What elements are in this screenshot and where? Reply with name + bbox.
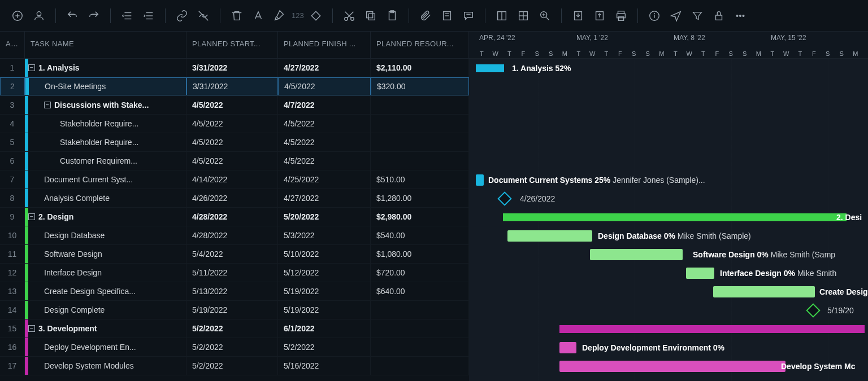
- zoom-icon[interactable]: [535, 6, 554, 25]
- task-row[interactable]: 11 Software Design 5/4/2022 5/10/2022 $1…: [0, 245, 469, 264]
- resource-cell[interactable]: $640.00: [371, 282, 469, 300]
- task-name-cell[interactable]: Analysis Complete: [25, 189, 186, 207]
- gantt-bar[interactable]: [559, 342, 576, 353]
- collapse-toggle[interactable]: −: [28, 213, 35, 220]
- col-start[interactable]: PLANNED START...: [186, 32, 278, 58]
- start-cell[interactable]: 4/5/2022: [186, 96, 278, 114]
- resource-cell[interactable]: [371, 319, 469, 338]
- grid-icon[interactable]: [514, 6, 533, 25]
- redo-icon[interactable]: [84, 6, 103, 25]
- start-cell[interactable]: 4/5/2022: [186, 152, 278, 170]
- task-row[interactable]: 4 Stakeholder Require... 4/5/2022 4/5/20…: [0, 115, 469, 133]
- start-cell[interactable]: 5/2/2022: [186, 357, 278, 375]
- more-icon[interactable]: [731, 6, 750, 25]
- outdent-icon[interactable]: [118, 6, 137, 25]
- task-name-cell[interactable]: − Discussions with Stake...: [25, 96, 186, 114]
- start-cell[interactable]: 4/14/2022: [186, 170, 278, 189]
- finish-cell[interactable]: 4/5/2022: [278, 133, 371, 151]
- collapse-toggle[interactable]: −: [44, 102, 51, 108]
- task-row[interactable]: 2 On-Site Meetings 3/31/2022 4/5/2022 $3…: [0, 77, 469, 96]
- gantt-bar[interactable]: [686, 268, 714, 279]
- finish-cell[interactable]: 5/20/2022: [278, 208, 371, 226]
- task-row[interactable]: 17 Develop System Modules 5/2/2022 5/16/…: [0, 357, 469, 375]
- task-name-cell[interactable]: Develop System Modules: [25, 357, 186, 375]
- finish-cell[interactable]: 5/2/2022: [278, 338, 371, 356]
- task-name-cell[interactable]: Software Design: [25, 245, 186, 263]
- task-row[interactable]: 5 Stakeholder Require... 4/5/2022 4/5/20…: [0, 133, 469, 152]
- finish-cell[interactable]: 4/27/2022: [278, 59, 371, 77]
- info-icon[interactable]: [645, 6, 664, 25]
- start-cell[interactable]: 5/19/2022: [186, 301, 278, 319]
- finish-cell[interactable]: 5/19/2022: [278, 301, 371, 319]
- comment-icon[interactable]: [459, 6, 478, 25]
- col-all[interactable]: ALL: [0, 32, 25, 58]
- finish-cell[interactable]: 5/12/2022: [278, 264, 371, 282]
- resource-cell[interactable]: [371, 133, 469, 151]
- gantt-bar[interactable]: [503, 213, 847, 221]
- paste-icon[interactable]: [383, 6, 402, 25]
- milestone-diamond[interactable]: [806, 303, 820, 317]
- gantt-bar[interactable]: [476, 64, 504, 72]
- col-name[interactable]: TASK NAME: [25, 32, 186, 58]
- task-name-cell[interactable]: − 1. Analysis: [25, 59, 186, 77]
- resource-cell[interactable]: [371, 301, 469, 319]
- gantt-bar[interactable]: [476, 174, 484, 186]
- resource-cell[interactable]: [371, 338, 469, 356]
- unlink-icon[interactable]: [194, 6, 213, 25]
- resource-cell[interactable]: $720.00: [371, 264, 469, 282]
- task-name-cell[interactable]: On-Site Meetings: [25, 77, 186, 95]
- gantt-bar[interactable]: [559, 325, 865, 333]
- send-icon[interactable]: [666, 6, 685, 25]
- task-row[interactable]: 13 Create Design Specifica... 5/13/2022 …: [0, 282, 469, 301]
- task-name-cell[interactable]: − 3. Development: [25, 319, 186, 338]
- finish-cell[interactable]: 4/5/2022: [278, 77, 371, 95]
- task-name-cell[interactable]: Design Database: [25, 226, 186, 244]
- finish-cell[interactable]: 4/5/2022: [278, 152, 371, 170]
- resource-cell[interactable]: $510.00: [371, 170, 469, 189]
- col-resources[interactable]: PLANNED RESOUR...: [371, 32, 469, 58]
- task-row[interactable]: 3 − Discussions with Stake... 4/5/2022 4…: [0, 96, 469, 115]
- start-cell[interactable]: 4/28/2022: [186, 208, 278, 226]
- finish-cell[interactable]: 5/19/2022: [278, 282, 371, 300]
- resource-cell[interactable]: [371, 357, 469, 375]
- collapse-toggle[interactable]: −: [28, 325, 35, 332]
- columns-icon[interactable]: [492, 6, 511, 25]
- filter-icon[interactable]: [688, 6, 707, 25]
- gantt-chart[interactable]: APR, 24 '22MAY, 1 '22MAY, 8 '22MAY, 15 '…: [469, 32, 868, 381]
- resource-cell[interactable]: [371, 115, 469, 133]
- task-row[interactable]: 6 Customer Requirem... 4/5/2022 4/5/2022: [0, 152, 469, 170]
- task-row[interactable]: 7 Document Current Syst... 4/14/2022 4/2…: [0, 170, 469, 189]
- finish-cell[interactable]: 4/25/2022: [278, 170, 371, 189]
- start-cell[interactable]: 5/4/2022: [186, 245, 278, 263]
- resource-cell[interactable]: $2,110.00: [371, 59, 469, 77]
- task-row[interactable]: 12 Interface Design 5/11/2022 5/12/2022 …: [0, 264, 469, 282]
- task-row[interactable]: 10 Design Database 4/28/2022 5/3/2022 $5…: [0, 226, 469, 245]
- task-name-cell[interactable]: − 2. Design: [25, 208, 186, 226]
- start-cell[interactable]: 5/11/2022: [186, 264, 278, 282]
- resource-cell[interactable]: [371, 96, 469, 114]
- task-name-cell[interactable]: Customer Requirem...: [25, 152, 186, 170]
- start-cell[interactable]: 5/2/2022: [186, 319, 278, 338]
- gantt-bar[interactable]: [713, 286, 815, 297]
- task-name-cell[interactable]: Stakeholder Require...: [25, 115, 186, 133]
- resource-cell[interactable]: $2,980.00: [371, 208, 469, 226]
- start-cell[interactable]: 3/31/2022: [186, 59, 278, 77]
- start-cell[interactable]: 4/28/2022: [186, 226, 278, 244]
- resource-cell[interactable]: $1,080.00: [371, 245, 469, 263]
- task-name-cell[interactable]: Deploy Development En...: [25, 338, 186, 356]
- resource-cell[interactable]: $320.00: [371, 77, 469, 95]
- start-cell[interactable]: 4/5/2022: [186, 115, 278, 133]
- link-icon[interactable]: [172, 6, 192, 25]
- person-icon[interactable]: [29, 6, 49, 25]
- paint-icon[interactable]: [270, 6, 289, 25]
- milestone-diamond[interactable]: [497, 191, 511, 205]
- task-row[interactable]: 14 Design Complete 5/19/2022 5/19/2022: [0, 301, 469, 319]
- start-cell[interactable]: 4/5/2022: [186, 133, 278, 151]
- resource-cell[interactable]: [371, 152, 469, 170]
- task-row[interactable]: 16 Deploy Development En... 5/2/2022 5/2…: [0, 338, 469, 357]
- col-finish[interactable]: PLANNED FINISH ...: [278, 32, 371, 58]
- gantt-bar[interactable]: [507, 230, 592, 242]
- start-cell[interactable]: 5/2/2022: [186, 338, 278, 356]
- indent-icon[interactable]: [139, 6, 158, 25]
- note-icon[interactable]: [437, 6, 457, 25]
